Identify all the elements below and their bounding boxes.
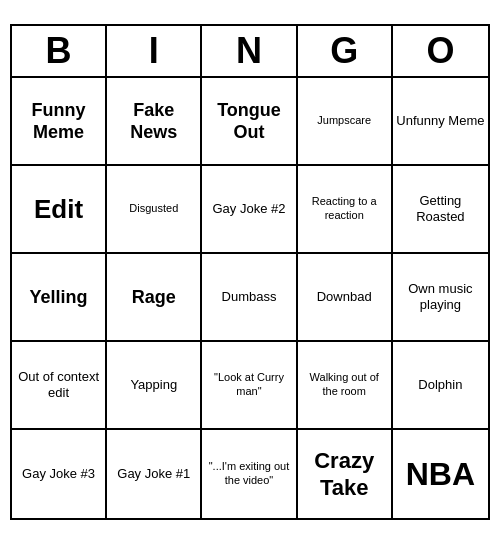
bingo-cell-16[interactable]: Yapping bbox=[107, 342, 202, 430]
bingo-cell-20[interactable]: Gay Joke #3 bbox=[12, 430, 107, 518]
bingo-cell-1[interactable]: Fake News bbox=[107, 78, 202, 166]
bingo-cell-11[interactable]: Rage bbox=[107, 254, 202, 342]
bingo-card: B I N G O Funny MemeFake NewsTongue OutJ… bbox=[10, 24, 490, 520]
bingo-grid: Funny MemeFake NewsTongue OutJumpscareUn… bbox=[12, 78, 488, 518]
bingo-cell-21[interactable]: Gay Joke #1 bbox=[107, 430, 202, 518]
bingo-cell-17[interactable]: "Look at Curry man" bbox=[202, 342, 297, 430]
bingo-cell-19[interactable]: Dolphin bbox=[393, 342, 488, 430]
header-o: O bbox=[393, 26, 488, 76]
header-g: G bbox=[298, 26, 393, 76]
bingo-cell-22[interactable]: "...I'm exiting out the video" bbox=[202, 430, 297, 518]
bingo-cell-0[interactable]: Funny Meme bbox=[12, 78, 107, 166]
bingo-cell-5[interactable]: Edit bbox=[12, 166, 107, 254]
bingo-cell-15[interactable]: Out of context edit bbox=[12, 342, 107, 430]
bingo-cell-7[interactable]: Gay Joke #2 bbox=[202, 166, 297, 254]
bingo-cell-13[interactable]: Downbad bbox=[298, 254, 393, 342]
bingo-cell-12[interactable]: Dumbass bbox=[202, 254, 297, 342]
bingo-cell-3[interactable]: Jumpscare bbox=[298, 78, 393, 166]
bingo-cell-24[interactable]: NBA bbox=[393, 430, 488, 518]
bingo-cell-14[interactable]: Own music playing bbox=[393, 254, 488, 342]
bingo-cell-18[interactable]: Walking out of the room bbox=[298, 342, 393, 430]
header-i: I bbox=[107, 26, 202, 76]
bingo-cell-6[interactable]: Disgusted bbox=[107, 166, 202, 254]
bingo-header: B I N G O bbox=[12, 26, 488, 78]
bingo-cell-9[interactable]: Getting Roasted bbox=[393, 166, 488, 254]
bingo-cell-23[interactable]: Crazy Take bbox=[298, 430, 393, 518]
header-b: B bbox=[12, 26, 107, 76]
bingo-cell-2[interactable]: Tongue Out bbox=[202, 78, 297, 166]
bingo-cell-10[interactable]: Yelling bbox=[12, 254, 107, 342]
header-n: N bbox=[202, 26, 297, 76]
bingo-cell-8[interactable]: Reacting to a reaction bbox=[298, 166, 393, 254]
bingo-cell-4[interactable]: Unfunny Meme bbox=[393, 78, 488, 166]
